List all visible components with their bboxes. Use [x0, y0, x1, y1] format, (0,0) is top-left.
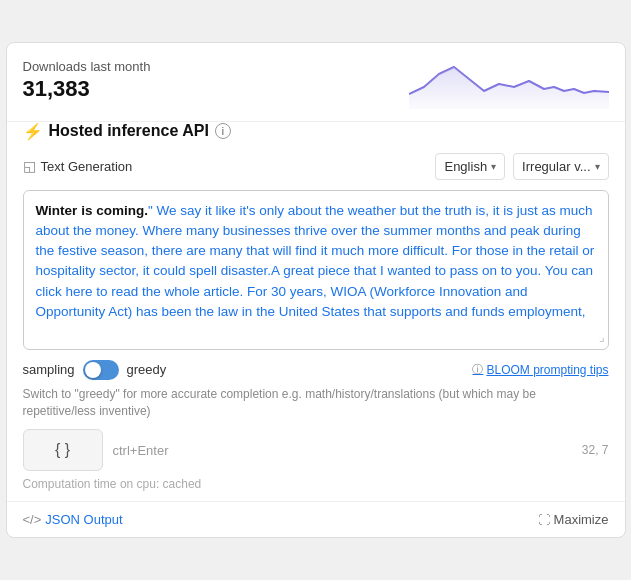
model-value: Irregular v...: [522, 159, 590, 174]
text-bold: Winter is coming.: [36, 203, 148, 218]
comp-time: Computation time on cpu: cached: [23, 477, 609, 491]
run-coords: 32, 7: [582, 443, 609, 457]
chevron-down-icon-2: ▾: [595, 161, 600, 172]
inference-title-text: Hosted inference API: [49, 122, 209, 140]
chart-container: [409, 59, 609, 109]
run-shortcut: ctrl+Enter: [113, 443, 169, 458]
lightning-icon: ⚡: [23, 122, 43, 141]
toggle-knob: [85, 362, 101, 378]
bloom-link-text[interactable]: BLOOM prompting tips: [486, 363, 608, 377]
inference-title: ⚡ Hosted inference API i: [23, 122, 609, 141]
stats-label: Downloads last month: [23, 59, 151, 74]
stats-value: 31,383: [23, 76, 151, 102]
text-blue: " We say it like it's only about the wea…: [36, 203, 595, 319]
json-output-text[interactable]: JSON Output: [45, 512, 122, 527]
task-text: Text Generation: [41, 159, 133, 174]
sampling-row: sampling greedy ⓘ BLOOM prompting tips: [23, 360, 609, 380]
stats-section: Downloads last month 31,383: [7, 43, 625, 122]
inference-section: ⚡ Hosted inference API i ◱ Text Generati…: [7, 122, 625, 492]
bloom-link[interactable]: ⓘ BLOOM prompting tips: [472, 362, 608, 377]
sampling-toggle[interactable]: [83, 360, 119, 380]
resize-handle-icon[interactable]: ⌟: [599, 328, 605, 346]
footer-row: </> JSON Output ⛶ Maximize: [7, 501, 625, 537]
maximize-icon: ⛶: [538, 513, 550, 527]
bloom-info-icon: ⓘ: [472, 362, 483, 377]
main-card: Downloads last month 31,383 ⚡ Hosted inf…: [6, 42, 626, 539]
stats-left: Downloads last month 31,383: [23, 59, 151, 102]
maximize-text[interactable]: Maximize: [554, 512, 609, 527]
hint-text: Switch to "greedy" for more accurate com…: [23, 386, 609, 420]
model-dropdown[interactable]: Irregular v... ▾: [513, 153, 608, 180]
curly-braces-icon: { }: [55, 441, 70, 459]
sampling-label: sampling: [23, 362, 75, 377]
language-dropdown[interactable]: English ▾: [435, 153, 505, 180]
json-output-label[interactable]: </> JSON Output: [23, 512, 123, 527]
maximize-button[interactable]: ⛶ Maximize: [538, 512, 609, 527]
run-button[interactable]: { }: [23, 429, 103, 471]
chevron-down-icon: ▾: [491, 161, 496, 172]
language-value: English: [444, 159, 487, 174]
greedy-label: greedy: [127, 362, 167, 377]
task-icon: ◱: [23, 158, 36, 174]
task-label: ◱ Text Generation: [23, 158, 133, 174]
info-icon[interactable]: i: [215, 123, 231, 139]
sparkline-chart: [409, 59, 609, 109]
text-area[interactable]: Winter is coming." We say it like it's o…: [23, 190, 609, 350]
run-row: { } ctrl+Enter 32, 7: [23, 429, 609, 471]
controls-row: ◱ Text Generation English ▾ Irregular v.…: [23, 153, 609, 180]
json-icon: </>: [23, 512, 42, 527]
